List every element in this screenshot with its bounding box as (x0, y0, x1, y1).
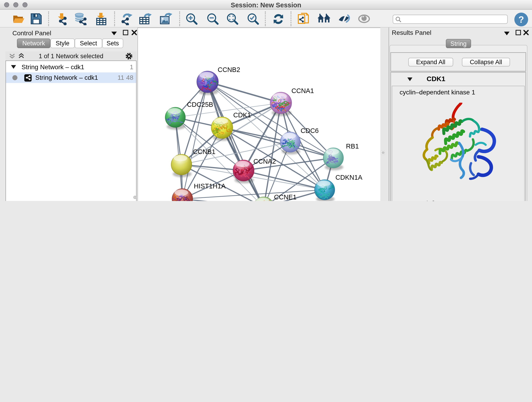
svg-text:HIST1H1A: HIST1H1A (194, 182, 226, 190)
svg-text:CCNA1: CCNA1 (291, 87, 314, 95)
svg-text:RB1: RB1 (346, 143, 359, 150)
svg-text:CCNA2: CCNA2 (253, 158, 276, 165)
svg-text:CCNE1: CCNE1 (274, 193, 297, 201)
svg-text:CDK1: CDK1 (233, 111, 251, 119)
svg-text:CDC6: CDC6 (301, 127, 319, 134)
svg-text:?: ? (519, 14, 524, 25)
svg-text:CDC25B: CDC25B (187, 101, 213, 108)
svg-text:CDKN1A: CDKN1A (336, 174, 362, 181)
svg-text:CCNB1: CCNB1 (193, 148, 215, 155)
svg-text:CCNB2: CCNB2 (218, 66, 240, 73)
